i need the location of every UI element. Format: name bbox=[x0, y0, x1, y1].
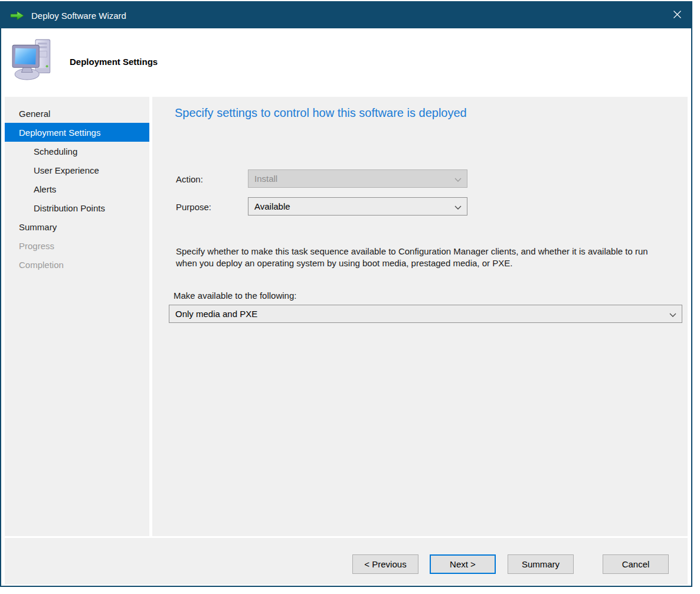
close-icon bbox=[673, 10, 682, 21]
cancel-button[interactable]: Cancel bbox=[603, 554, 669, 574]
previous-button[interactable]: < Previous bbox=[352, 554, 418, 574]
titlebar: Deploy Software Wizard bbox=[1, 2, 691, 28]
sidebar-item-completion: Completion bbox=[5, 255, 149, 274]
wizard-window: Deploy Software Wizard bbox=[0, 1, 692, 587]
wizard-header: Deployment Settings bbox=[1, 28, 691, 97]
next-button[interactable]: Next > bbox=[430, 554, 496, 574]
purpose-value: Available bbox=[254, 201, 290, 211]
summary-button[interactable]: Summary bbox=[508, 554, 574, 574]
sidebar-item-alerts[interactable]: Alerts bbox=[5, 179, 149, 198]
sidebar-item-general[interactable]: General bbox=[5, 104, 149, 123]
availability-select[interactable]: Only media and PXE bbox=[169, 305, 682, 323]
sidebar-item-progress: Progress bbox=[5, 236, 149, 255]
sidebar-item-deployment-settings[interactable]: Deployment Settings bbox=[5, 123, 149, 142]
sidebar-item-summary[interactable]: Summary bbox=[5, 217, 149, 236]
action-label: Action: bbox=[176, 174, 203, 184]
close-button[interactable] bbox=[663, 2, 691, 28]
wizard-nav: General Deployment Settings Scheduling U… bbox=[5, 97, 149, 536]
purpose-label: Purpose: bbox=[176, 202, 211, 212]
availability-value: Only media and PXE bbox=[175, 309, 257, 319]
deploy-arrow-icon bbox=[9, 9, 25, 22]
chevron-down-icon bbox=[669, 309, 676, 319]
wizard-footer: < Previous Next > Summary Cancel bbox=[5, 538, 688, 585]
page-step-title: Deployment Settings bbox=[70, 57, 158, 67]
sidebar-item-scheduling[interactable]: Scheduling bbox=[5, 142, 149, 161]
availability-label: Make available to the following: bbox=[174, 291, 296, 301]
page-title: Specify settings to control how this sof… bbox=[175, 106, 467, 120]
window-title: Deploy Software Wizard bbox=[31, 11, 126, 21]
sidebar-item-user-experience[interactable]: User Experience bbox=[5, 161, 149, 179]
chevron-down-icon bbox=[454, 201, 462, 211]
sidebar-item-distribution-points[interactable]: Distribution Points bbox=[5, 198, 149, 217]
wizard-content: Specify settings to control how this sof… bbox=[152, 97, 688, 536]
description-text: Specify whether to make this task sequen… bbox=[176, 246, 659, 269]
action-value: Install bbox=[254, 174, 277, 184]
computer-icon bbox=[10, 37, 56, 83]
action-select: Install bbox=[248, 169, 467, 188]
purpose-select[interactable]: Available bbox=[248, 197, 467, 216]
chevron-down-icon bbox=[454, 174, 462, 184]
